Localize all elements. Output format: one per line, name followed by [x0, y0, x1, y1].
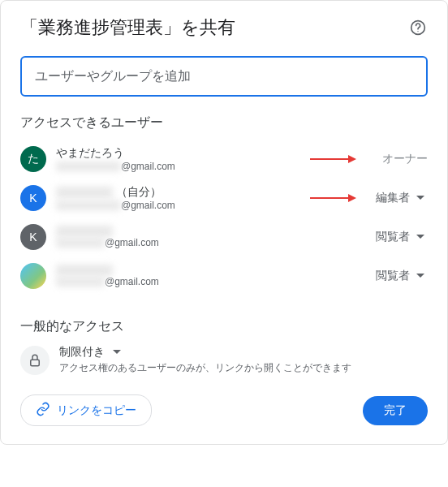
- avatar: K: [20, 185, 46, 211]
- redacted-text: xxxxx: [56, 238, 105, 248]
- user-info: xxxxxx xxxxx@gmail.com: [56, 265, 371, 287]
- redacted-text: xxxxxx: [56, 265, 113, 276]
- user-name: xxxxxx: [56, 226, 371, 237]
- role-dropdown[interactable]: 編集者: [371, 191, 428, 205]
- annotation-arrow: [310, 197, 355, 199]
- redacted-text: xxxxxx: [56, 187, 113, 198]
- user-email: xxxxxxx@gmail.com: [56, 161, 371, 172]
- role-owner: オーナー: [371, 152, 428, 166]
- user-row: K xxxxxx xxxxx@gmail.com 閲覧者: [20, 218, 428, 256]
- link-icon: [36, 402, 50, 419]
- general-access-info: 制限付き アクセス権のあるユーザーのみが、リンクから開くことができます: [59, 345, 428, 375]
- user-row: た やまだたろう xxxxxxx@gmail.com オーナー: [20, 140, 428, 179]
- general-access-dropdown[interactable]: 制限付き: [59, 345, 428, 360]
- general-access-description: アクセス権のあるユーザーのみが、リンクから開くことができます: [59, 361, 428, 375]
- svg-point-1: [417, 31, 418, 32]
- redacted-text: xxxxxx: [56, 226, 113, 237]
- redacted-text: xxxxx: [56, 277, 105, 287]
- user-email: xxxxx@gmail.com: [56, 276, 371, 287]
- user-email: xxxxx@gmail.com: [56, 237, 371, 248]
- user-email: xxxxxxxx@gmail.com: [56, 200, 371, 211]
- user-name: xxxxxx: [56, 265, 371, 276]
- avatar: た: [20, 146, 46, 172]
- dialog-title: 「業務進捗管理表」を共有: [20, 15, 235, 40]
- annotation-arrow: [310, 158, 355, 160]
- share-dialog: 「業務進捗管理表」を共有 アクセスできるユーザー た やまだたろう xxxxxx…: [0, 0, 448, 445]
- user-info: xxxxxx xxxxx@gmail.com: [56, 226, 371, 248]
- general-access-section: 一般的なアクセス 制限付き アクセス権のあるユーザーのみが、リンクから開くことが…: [20, 318, 428, 375]
- add-people-input[interactable]: [20, 56, 428, 97]
- done-button[interactable]: 完了: [363, 396, 428, 425]
- svg-rect-2: [31, 360, 40, 366]
- chevron-down-icon: [110, 345, 124, 360]
- dialog-footer: リンクをコピー 完了: [20, 394, 428, 426]
- redacted-text: xxxxxxx: [56, 162, 121, 171]
- user-row: xxxxxx xxxxx@gmail.com 閲覧者: [20, 256, 428, 295]
- role-dropdown[interactable]: 閲覧者: [371, 230, 428, 244]
- avatar: K: [20, 224, 46, 250]
- avatar: [20, 263, 46, 289]
- help-icon[interactable]: [408, 18, 428, 37]
- chevron-down-icon: [413, 269, 428, 283]
- copy-link-button[interactable]: リンクをコピー: [20, 394, 152, 426]
- access-users-label: アクセスできるユーザー: [20, 114, 428, 131]
- general-access-label: 一般的なアクセス: [20, 318, 428, 335]
- redacted-text: xxxxxxxx: [56, 200, 121, 210]
- dialog-header: 「業務進捗管理表」を共有: [20, 15, 428, 40]
- lock-icon: [20, 346, 50, 375]
- chevron-down-icon: [413, 230, 428, 244]
- user-row: K xxxxxx（自分） xxxxxxxx@gmail.com 編集者: [20, 179, 428, 218]
- role-dropdown[interactable]: 閲覧者: [371, 269, 428, 283]
- chevron-down-icon: [413, 191, 428, 205]
- general-access-row: 制限付き アクセス権のあるユーザーのみが、リンクから開くことができます: [20, 345, 428, 375]
